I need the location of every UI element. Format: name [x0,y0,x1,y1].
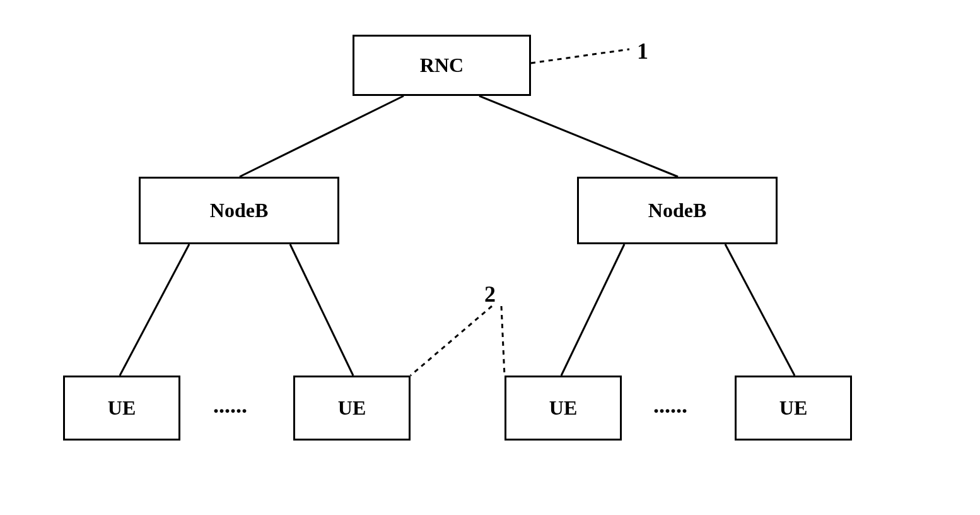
nodeb-left-label: NodeB [210,199,268,222]
ue-2-label: UE [338,396,366,420]
svg-line-7 [411,306,492,376]
ue-node-1: UE [63,376,180,441]
svg-line-2 [120,244,189,376]
ue-node-3: UE [505,376,622,441]
svg-line-4 [561,244,624,376]
ue-node-4: UE [735,376,852,441]
ellipsis-right: ······ [653,398,687,424]
annotation-1-text: 1 [637,38,648,64]
ue-1-label: UE [108,396,136,420]
ue-3-label: UE [549,396,577,420]
annotation-1: 1 [637,38,648,64]
rnc-node: RNC [353,35,531,96]
svg-line-8 [501,306,505,376]
nodeb-left: NodeB [139,177,339,244]
svg-line-6 [531,49,629,63]
svg-line-5 [725,244,795,376]
ue-node-2: UE [293,376,411,441]
annotation-2: 2 [484,281,496,307]
ellipsis-left-text: ······ [213,398,247,423]
svg-line-1 [479,96,678,177]
nodeb-right-label: NodeB [648,199,706,222]
rnc-label: RNC [420,54,464,77]
svg-line-0 [240,96,404,177]
nodeb-right: NodeB [577,177,778,244]
svg-line-3 [290,244,353,376]
ue-4-label: UE [779,396,807,420]
ellipsis-left: ······ [213,398,247,424]
annotation-2-text: 2 [484,281,496,307]
ellipsis-right-text: ······ [653,398,687,423]
